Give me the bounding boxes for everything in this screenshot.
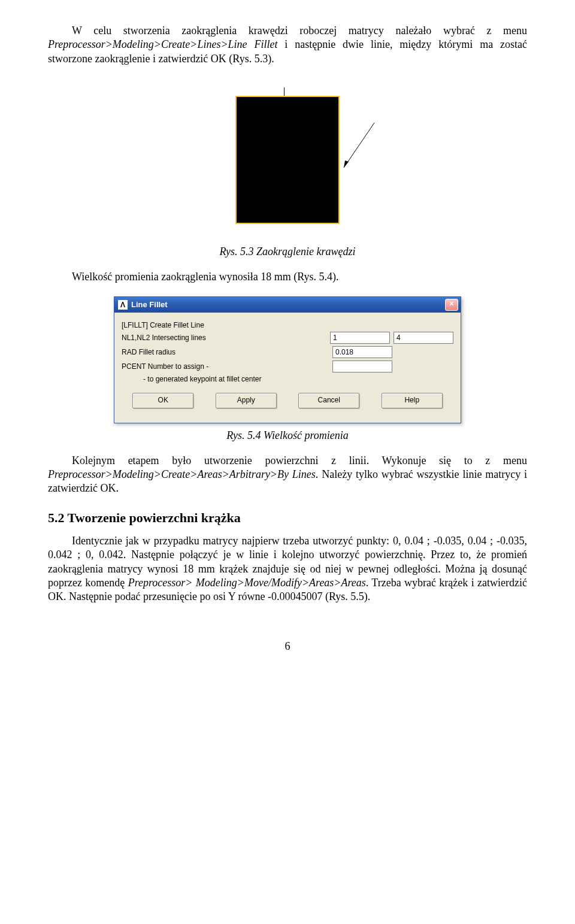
rad-label: RAD Fillet radius: [122, 348, 329, 356]
app-icon: Λ: [118, 300, 128, 310]
dialog-buttons: OK Apply Cancel Help: [122, 386, 453, 417]
pcent-label: PCENT Number to assign -: [122, 362, 329, 371]
section-5-2-title: 5.2 Tworzenie powierzchni krążka: [48, 510, 527, 526]
paragraph-4: Identycznie jak w przypadku matrycy najp…: [48, 534, 527, 604]
caption-5-4: Rys. 5.4 Wielkość promienia: [48, 429, 527, 442]
dialog-body: [LFILLT] Create Fillet Line NL1,NL2 Inte…: [114, 313, 461, 423]
close-icon[interactable]: ×: [445, 299, 458, 311]
line-fillet-dialog: Λ Line Fillet × [LFILLT] Create Fillet L…: [114, 296, 461, 423]
paragraph-1: W celu stworzenia zaokrąglenia krawędzi …: [48, 24, 527, 66]
rad-field[interactable]: 0.018: [332, 346, 392, 358]
nl-label: NL1,NL2 Intersecting lines: [122, 334, 326, 342]
paragraph-2: Wielkość promienia zaokrąglenia wynosiła…: [48, 270, 527, 284]
cancel-button[interactable]: Cancel: [298, 393, 359, 408]
text-p3-menu: Preprocessor>Modeling>Create>Areas>Arbit…: [48, 468, 316, 480]
text-p1-pre: W celu stworzenia zaokrąglenia krawędzi …: [72, 25, 527, 37]
nl2-field[interactable]: 4: [394, 332, 453, 344]
paragraph-3: Kolejnym etapem było utworzenie powierzc…: [48, 454, 527, 496]
text-p4-menu: Preprocessor> Modeling>Move/Modify>Areas…: [128, 577, 366, 589]
figure-5-3: [48, 84, 527, 240]
pcent-sublabel: - to generated keypoint at fillet center: [122, 375, 453, 383]
page: W celu stworzenia zaokrąglenia krawędzi …: [0, 0, 575, 677]
dialog-title: Line Fillet: [131, 300, 168, 309]
help-button[interactable]: Help: [382, 393, 443, 408]
text-p3-pre: Kolejnym etapem było utworzenie powierzc…: [72, 455, 527, 466]
ok-button[interactable]: OK: [132, 393, 193, 408]
dialog-titlebar: Λ Line Fillet ×: [114, 297, 461, 313]
arrow-diagonal-icon: [341, 120, 377, 168]
svg-marker-1: [344, 160, 349, 168]
lfillt-label: [LFILLT] Create Fillet Line: [122, 321, 453, 329]
pcent-field[interactable]: [332, 360, 392, 372]
apply-button[interactable]: Apply: [216, 393, 277, 408]
caption-5-3: Rys. 5.3 Zaokrąglenie krawędzi: [48, 246, 527, 258]
svg-line-0: [344, 123, 374, 168]
figure-5-4: Λ Line Fillet × [LFILLT] Create Fillet L…: [114, 296, 461, 423]
page-number: 6: [48, 640, 527, 653]
nl1-field[interactable]: 1: [330, 332, 390, 344]
figure-matrix-rect: [235, 96, 340, 224]
text-p1-menu: Preprocessor>Modeling>Create>Lines>Line …: [48, 38, 277, 50]
